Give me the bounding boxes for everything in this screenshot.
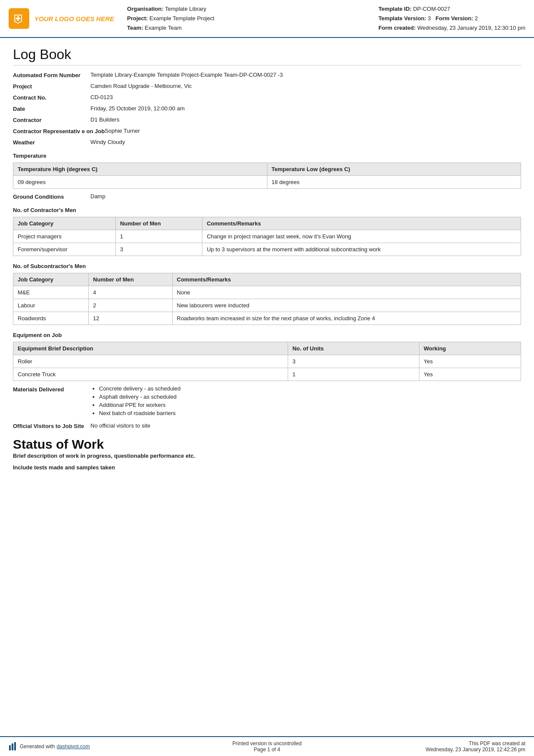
contractors-men-title: No. of Contractor's Men	[13, 207, 521, 213]
footer-right: This PDF was created at Wednesday, 23 Ja…	[353, 740, 525, 753]
sub-comments-header: Comments/Remarks	[172, 273, 521, 286]
dashpivot-icon	[9, 742, 18, 751]
official-visitors-value: No official visitors to site	[90, 422, 521, 429]
job-category: Roadwords	[13, 312, 89, 325]
job-category: Project managers	[13, 230, 116, 243]
svg-rect-2	[14, 742, 16, 750]
contractors-num-men-header: Number of Men	[115, 217, 202, 230]
equipment-title: Equipment on Job	[13, 332, 521, 338]
footer: Generated with dashpivot.com Printed ver…	[0, 736, 534, 756]
date-label: Date	[13, 105, 90, 112]
team-line: Team: Example Team	[127, 23, 370, 33]
status-title: Status of Work	[13, 437, 521, 452]
form-version-value: 2	[475, 15, 478, 22]
dashpivot-link[interactable]: dashpivot.com	[56, 744, 90, 750]
contractor-rep-value: Sophie Turner	[105, 128, 521, 134]
subcontractors-men-title: No. of Subcontractor's Men	[13, 263, 521, 269]
footer-center-text2: Page 1 of 4	[181, 747, 353, 753]
contractors-men-table: Job Category Number of Men Comments/Rema…	[13, 217, 521, 256]
comments: Up to 3 supervisors at the moment with a…	[202, 243, 521, 256]
contractor-value: D1 Builders	[90, 116, 521, 123]
equipment-description: Roller	[13, 355, 288, 368]
weather-value: Windy Cloudy	[90, 139, 521, 145]
automated-form-number-value: Template Library-Example Template Projec…	[90, 72, 521, 78]
weather-label: Weather	[13, 139, 90, 146]
number-of-men: 4	[89, 286, 172, 299]
logo-text: YOUR LOGO GOES HERE	[34, 15, 114, 22]
equipment-working: Yes	[419, 355, 521, 368]
form-created-line: Form created: Wednesday, 23 January 2019…	[379, 23, 525, 33]
footer-right-text2: Wednesday, 23 January 2019, 12:42:26 pm	[353, 747, 525, 753]
team-label: Team:	[127, 25, 143, 31]
form-created-value: Wednesday, 23 January 2019, 12:30:10 pm	[417, 25, 525, 31]
equip-working-header: Working	[419, 342, 521, 355]
contractors-comments-header: Comments/Remarks	[202, 217, 521, 230]
temperature-title: Temperature	[13, 153, 521, 159]
materials-label: Materials Delivered	[13, 385, 90, 393]
footer-center-text1: Printed version is uncontrolled	[181, 740, 353, 747]
table-row: Roller 3 Yes	[13, 355, 521, 368]
form-version-label: Form Version:	[435, 15, 473, 22]
equip-desc-header: Equipment Brief Description	[13, 342, 288, 355]
official-visitors-label: Official Visitors to Job Site	[13, 422, 90, 429]
automated-form-number-label: Automated Form Number	[13, 72, 90, 78]
contract-no-row: Contract No. CD-0123	[13, 94, 521, 101]
template-id-label: Template ID:	[379, 6, 412, 12]
status-subtitle: Brief description of work in progress, q…	[13, 453, 521, 459]
contractor-rep-label: Contractor Representativ e on Job	[13, 128, 105, 134]
temp-high-value: 09 degrees	[13, 176, 267, 189]
equipment-working: Yes	[419, 368, 521, 381]
sub-job-cat-header: Job Category	[13, 273, 89, 286]
project-field-value: Camden Road Upgrade - Melbourne, Vic	[90, 83, 521, 89]
date-row: Date Friday, 25 October 2019, 12:00:00 a…	[13, 105, 521, 112]
org-label: Organisation:	[127, 6, 164, 12]
equipment-units: 1	[288, 368, 419, 381]
job-category: M&E	[13, 286, 89, 299]
equipment-units: 3	[288, 355, 419, 368]
temp-high-header: Temperature High (degrees C)	[13, 163, 267, 176]
template-id-line: Template ID: DP-COM-0027	[379, 4, 525, 14]
ground-conditions-row: Ground Conditions Damp	[13, 193, 521, 200]
ground-conditions-value: Damp	[90, 193, 521, 200]
sub-num-men-header: Number of Men	[89, 273, 172, 286]
equip-units-header: No. of Units	[288, 342, 419, 355]
weather-row: Weather Windy Cloudy	[13, 139, 521, 146]
table-row: Project managers 1 Change in project man…	[13, 230, 521, 243]
temp-low-header: Temperature Low (degrees C)	[267, 163, 521, 176]
number-of-men: 12	[89, 312, 172, 325]
table-row: Foremen/supervisor 3 Up to 3 supervisors…	[13, 243, 521, 256]
org-value: Template Library	[165, 6, 206, 12]
subcontractors-men-table: Job Category Number of Men Comments/Rema…	[13, 273, 521, 325]
date-value: Friday, 25 October 2019, 12:00:00 am	[90, 105, 521, 112]
contract-no-label: Contract No.	[13, 94, 90, 101]
project-line: Project: Example Template Project	[127, 14, 370, 23]
list-item: Additional PPE for workers	[99, 402, 180, 408]
page-title: Log Book	[13, 47, 521, 66]
header-center: Organisation: Template Library Project: …	[114, 4, 370, 33]
comments: None	[172, 286, 521, 299]
logo-box: ⛨	[9, 8, 29, 29]
page: ⛨ YOUR LOGO GOES HERE Organisation: Temp…	[0, 0, 534, 756]
ground-conditions-label: Ground Conditions	[13, 193, 90, 200]
table-row: M&E 4 None	[13, 286, 521, 299]
template-id-value: DP-COM-0027	[413, 6, 450, 12]
table-row: Labour 2 New labourers were inducted	[13, 299, 521, 312]
list-item: Asphalt delivery - as scheduled	[99, 394, 180, 400]
comments: New labourers were inducted	[172, 299, 521, 312]
team-value: Example Team	[145, 25, 182, 31]
materials-list: Concrete delivery - as scheduledAsphalt …	[90, 385, 180, 418]
header-logo: ⛨ YOUR LOGO GOES HERE	[9, 4, 114, 33]
footer-left: Generated with dashpivot.com	[9, 742, 181, 751]
temp-low-value: 18 degrees	[267, 176, 521, 189]
project-field-label: Project	[13, 83, 90, 90]
contract-no-value: CD-0123	[90, 94, 521, 100]
footer-brand: Generated with dashpivot.com	[9, 742, 90, 751]
number-of-men: 1	[115, 230, 202, 243]
contractor-rep-row: Contractor Representativ e on Job Sophie…	[13, 128, 521, 134]
contractors-job-cat-header: Job Category	[13, 217, 116, 230]
status-subtitle2: Include tests made and samples taken	[13, 464, 521, 471]
footer-center: Printed version is uncontrolled Page 1 o…	[181, 740, 353, 753]
table-row: Roadwords 12 Roadworks team increased in…	[13, 312, 521, 325]
table-row: Concrete Truck 1 Yes	[13, 368, 521, 381]
list-item: Next batch of roadside barriers	[99, 410, 180, 416]
